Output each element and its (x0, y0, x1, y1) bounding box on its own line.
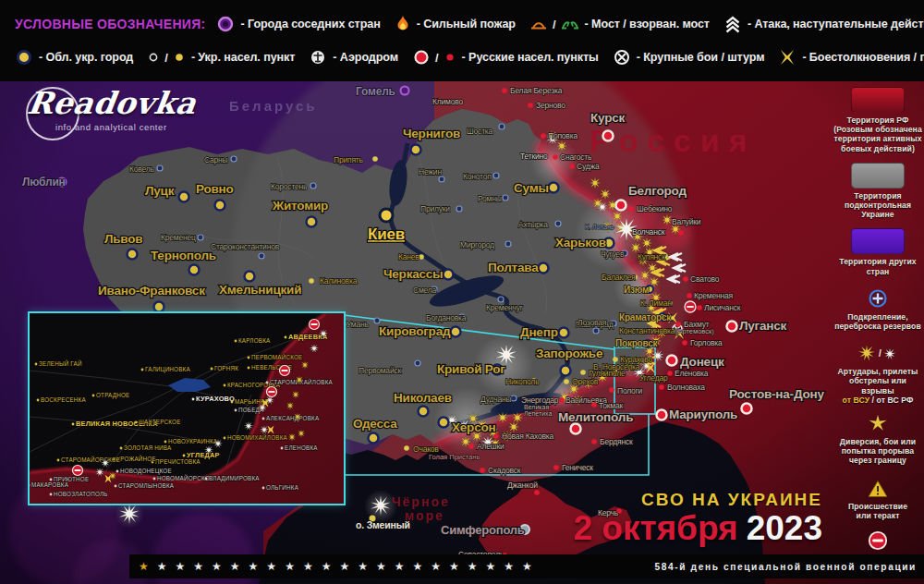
svg-text:Угледар: Угледар (639, 373, 668, 383)
legend-item: - Атака, наступательные действия (723, 15, 924, 33)
map-city: Смела (413, 286, 437, 295)
svg-text:Курахово: Курахово (620, 355, 652, 364)
inset-town: ЕЛЕНОВКА (281, 444, 319, 451)
map-key-sidebar: Территория РФ(Розовым обозначенатерритор… (833, 83, 922, 582)
day-star-icon: ★ (139, 554, 149, 578)
svg-text:Суджа: Суджа (577, 162, 600, 171)
map-city: Кировоград (379, 324, 461, 338)
svg-text:Симферополь: Симферополь (441, 523, 525, 537)
sidebar-key-text: подконтрольная (845, 201, 911, 210)
day-star-icon: ★ (193, 554, 203, 578)
inset-map-svg: АВДЕЕВКАКАРЛОВКАПЕРВОМАЙСКОЕНЕВЕЛЬСКОЕКР… (30, 313, 344, 504)
repelled-attack-icon (685, 301, 696, 312)
inset-town: ВЛАДИМИРОВКА (205, 475, 261, 482)
sidebar-key-text: или теракт (848, 511, 907, 520)
inset-town: НОВОМАЙОРСКОЕ (153, 474, 214, 481)
svg-text:Киев: Киев (368, 225, 405, 243)
svg-text:Канев: Канев (398, 252, 419, 262)
svg-text:Зерново: Зерново (536, 101, 565, 110)
svg-text:Никополь: Никополь (505, 377, 540, 386)
legend-item-label: - Укр. насел. пункт (191, 51, 295, 64)
sidebar-key-text: Происшествие (848, 502, 907, 511)
svg-text:Нежин: Нежин (419, 167, 442, 176)
svg-text:Миргород: Миргород (460, 240, 494, 249)
inset-town: ПОБЕДА (235, 407, 264, 414)
sidebar-key-text: (Розовым обозначена (833, 125, 922, 134)
rus-settlement-pair-icon: / (412, 48, 456, 67)
svg-text:Климово: Климово (432, 97, 463, 106)
readovka-logo: Readovka info and analytical center (28, 85, 196, 132)
svg-text:Мелитополь: Мелитополь (558, 410, 633, 424)
legend-item-label: - Аэродром (333, 51, 398, 64)
svg-text:Чёрное: Чёрное (392, 494, 450, 509)
day-star-icon: ★ (212, 554, 222, 578)
svg-text:о. Змеиный: о. Змеиный (356, 519, 410, 530)
day-star-icon: ★ (157, 554, 167, 578)
svg-text:Теткино: Теткино (520, 152, 548, 161)
svg-text:Николаев: Николаев (394, 391, 452, 405)
map-city: Лисичанск (697, 303, 741, 312)
day-star-icon: ★ (249, 554, 259, 578)
sidebar-key-item: Территория РФ(Розовым обозначенатерритор… (833, 87, 922, 153)
svg-text:СТАРОМЛЫНОВКА: СТАРОМЛЫНОВКА (118, 482, 175, 489)
sidebar-key-item: Диверсия, бои илипопытка прорывачерез гр… (840, 412, 916, 466)
svg-text:УРОЖАЙНОЕ: УРОЖАЙНОЕ (116, 455, 156, 462)
sidebar-key-text: Территория (845, 191, 911, 201)
bridge-pair-icon: / (529, 17, 579, 31)
inset-town: МАКАРОВКА (30, 481, 69, 488)
attack-chevrons-icon (723, 15, 742, 33)
sabotage-icon (867, 412, 889, 434)
map-city: К. Лиман (640, 298, 673, 308)
swatch-other-icon (851, 228, 905, 254)
day-star-icon: ★ (504, 554, 514, 578)
svg-text:Джанкой: Джанкой (507, 481, 538, 490)
svg-text:НОВОУКРАИНКА: НОВОУКРАИНКА (168, 438, 218, 444)
day-star-icon: ★ (486, 554, 496, 578)
svg-text:НОВОМАЙОРСКОЕ: НОВОМАЙОРСКОЕ (157, 474, 213, 481)
inset-town: ЗЕЛЕНЫЙ ГАЙ (35, 359, 82, 367)
svg-text:К. Лиман: К. Лиман (640, 298, 672, 308)
map-city: Изюм (624, 285, 653, 295)
aerodrome-icon (309, 48, 327, 67)
svg-text:Староконстантинов: Староконстантинов (211, 242, 280, 251)
map-city: Черкассы (383, 267, 454, 281)
svg-text:Еленовка: Еленовка (675, 369, 709, 378)
svg-text:Бердянск: Бердянск (600, 437, 633, 446)
sidebar-key-text: территория активных (833, 134, 922, 143)
svg-text:Львов: Львов (104, 232, 142, 246)
sidebar-key-text: Территория других (839, 257, 916, 266)
reinforcement-icon (867, 287, 889, 310)
day-star-icon: ★ (395, 554, 405, 578)
legend-row-1: УСЛОВНЫЕ ОБОЗНАЧЕНИЯ: - Города соседних … (15, 9, 924, 39)
svg-text:Черкассы: Черкассы (383, 267, 443, 281)
svg-text:Хмельницкий: Хмельницкий (219, 283, 301, 297)
map-city: Волчанск (632, 227, 665, 237)
svg-text:ЗЕЛЕНЫЙ ГАЙ: ЗЕЛЕНЫЙ ГАЙ (39, 359, 82, 367)
svg-text:Купянск: Купянск (638, 252, 665, 262)
svg-text:Пологи: Пологи (617, 386, 643, 395)
svg-text:Калиновка: Калиновка (320, 276, 358, 286)
ukr-settlement-pair-icon: / (147, 51, 186, 65)
svg-text:Кременчуг: Кременчуг (486, 303, 523, 312)
map-city: Угледар (639, 373, 668, 383)
svg-text:ВЛАДИМИРОВКА: ВЛАДИМИРОВКА (209, 475, 260, 482)
inset-town: ОЛЬГИНКА (262, 484, 299, 491)
sidebar-key-text: Артудары, прилеты (833, 367, 922, 376)
sidebar-key-text: переброска резервов (834, 322, 921, 331)
svg-text:Ивано-Франковск: Ивано-Франковск (98, 284, 205, 298)
map-city: Мариуполь (657, 408, 738, 421)
map-city: Днепр (520, 325, 569, 339)
day-star-icon: ★ (266, 554, 276, 578)
legend-item: /- Русские насел. пункты (412, 48, 599, 67)
day-star-icon: ★ (303, 554, 313, 578)
legend-item-label: - Мост / взорван. мост (585, 18, 710, 30)
legend-item: /- Мост / взорван. мост (529, 17, 710, 31)
svg-text:Краматорск: Краматорск (619, 312, 672, 322)
svg-text:Прилуки: Прилуки (420, 204, 450, 213)
svg-text:Херсон: Херсон (452, 420, 496, 434)
legend-item-label: - Русские насел. пункты (462, 51, 599, 64)
major-battles-icon (613, 48, 631, 67)
incident-icon (867, 479, 889, 499)
svg-text:Тернополь: Тернополь (151, 249, 216, 262)
inset-town: АЛЕКСАНДРОВКА (262, 415, 320, 422)
